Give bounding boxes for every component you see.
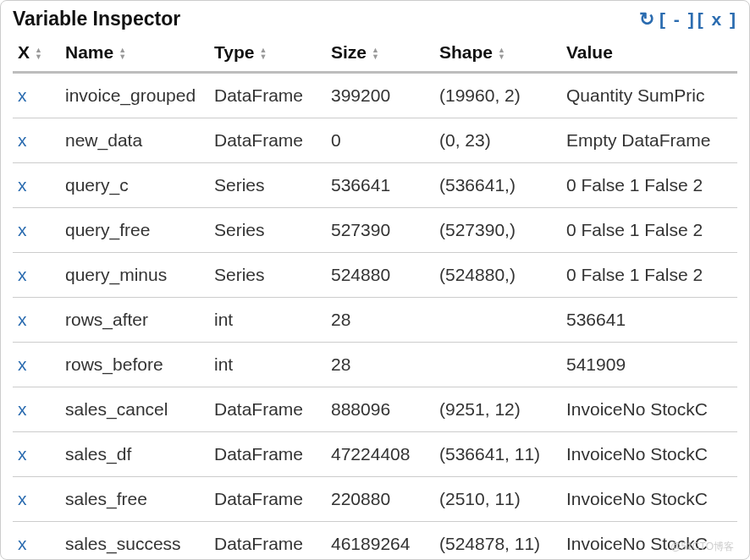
cell-value: Empty DataFrame xyxy=(561,118,737,163)
cell-value: 0 False 1 False 2 xyxy=(561,253,737,298)
cell-name: invoice_grouped xyxy=(60,73,209,118)
delete-variable-button[interactable]: x xyxy=(13,73,60,118)
cell-value: InvoiceNo StockC xyxy=(561,387,737,432)
panel-controls: ↻ [ - ] [ x ] xyxy=(637,8,737,30)
cell-type: DataFrame xyxy=(209,522,326,561)
sort-icon xyxy=(372,47,379,60)
cell-size: 399200 xyxy=(326,73,434,118)
cell-size: 28 xyxy=(326,343,434,387)
delete-variable-button[interactable]: x xyxy=(13,343,60,387)
cell-name: sales_success xyxy=(60,522,209,561)
cell-type: Series xyxy=(209,208,326,253)
table-row: xquery_cSeries536641(536641,)0 False 1 F… xyxy=(13,163,737,208)
cell-name: sales_free xyxy=(60,477,209,522)
table-row: xquery_minusSeries524880(524880,)0 False… xyxy=(13,253,737,298)
cell-value: InvoiceNo StockC xyxy=(561,432,737,477)
cell-size: 527390 xyxy=(326,208,434,253)
cell-name: new_data xyxy=(60,118,209,163)
table-row: xsales_dfDataFrame47224408(536641, 11)In… xyxy=(13,432,737,477)
table-row: xsales_cancelDataFrame888096(9251, 12)In… xyxy=(13,387,737,432)
sort-icon xyxy=(119,47,126,60)
cell-shape xyxy=(434,343,561,387)
cell-size: 28 xyxy=(326,298,434,343)
cell-shape: (524878, 11) xyxy=(434,522,561,561)
delete-variable-button[interactable]: x xyxy=(13,208,60,253)
cell-shape xyxy=(434,298,561,343)
variables-table: X Name Type Size Shape Value xinvoice_gr… xyxy=(13,36,737,560)
delete-variable-button[interactable]: x xyxy=(13,253,60,298)
cell-shape: (527390,) xyxy=(434,208,561,253)
column-header-shape[interactable]: Shape xyxy=(434,36,561,73)
cell-value: InvoiceNo StockC xyxy=(561,477,737,522)
cell-size: 46189264 xyxy=(326,522,434,561)
delete-variable-button[interactable]: x xyxy=(13,163,60,208)
cell-type: Series xyxy=(209,163,326,208)
column-header-value[interactable]: Value xyxy=(561,36,737,73)
delete-variable-button[interactable]: x xyxy=(13,477,60,522)
delete-variable-button[interactable]: x xyxy=(13,118,60,163)
delete-variable-button[interactable]: x xyxy=(13,298,60,343)
delete-variable-button[interactable]: x xyxy=(13,522,60,561)
cell-type: int xyxy=(209,298,326,343)
close-button[interactable]: [ x ] xyxy=(698,9,737,30)
panel-title: Variable Inspector xyxy=(13,8,180,30)
cell-size: 0 xyxy=(326,118,434,163)
table-row: xsales_successDataFrame46189264(524878, … xyxy=(13,522,737,561)
table-header-row: X Name Type Size Shape Value xyxy=(13,36,737,73)
cell-name: rows_after xyxy=(60,298,209,343)
cell-value: InvoiceNo StockC xyxy=(561,522,737,561)
cell-shape: (19960, 2) xyxy=(434,73,561,118)
cell-shape: (9251, 12) xyxy=(434,387,561,432)
cell-name: query_c xyxy=(60,163,209,208)
cell-type: DataFrame xyxy=(209,387,326,432)
cell-type: int xyxy=(209,343,326,387)
cell-name: query_free xyxy=(60,208,209,253)
cell-value: 0 False 1 False 2 xyxy=(561,163,737,208)
collapse-button[interactable]: [ - ] xyxy=(659,9,696,30)
cell-name: rows_before xyxy=(60,343,209,387)
sort-icon xyxy=(259,47,267,60)
cell-name: sales_df xyxy=(60,432,209,477)
column-header-type[interactable]: Type xyxy=(209,36,326,73)
sort-icon xyxy=(498,47,505,60)
cell-type: DataFrame xyxy=(209,432,326,477)
cell-size: 888096 xyxy=(326,387,434,432)
cell-shape: (2510, 11) xyxy=(434,477,561,522)
cell-name: sales_cancel xyxy=(60,387,209,432)
column-header-size[interactable]: Size xyxy=(326,36,434,73)
cell-type: DataFrame xyxy=(209,477,326,522)
table-row: xrows_beforeint28541909 xyxy=(13,343,737,387)
cell-value: 536641 xyxy=(561,298,737,343)
delete-variable-button[interactable]: x xyxy=(13,387,60,432)
cell-size: 47224408 xyxy=(326,432,434,477)
cell-value: 541909 xyxy=(561,343,737,387)
cell-value: 0 False 1 False 2 xyxy=(561,208,737,253)
panel-header: Variable Inspector ↻ [ - ] [ x ] xyxy=(13,8,737,36)
cell-shape: (536641,) xyxy=(434,163,561,208)
cell-shape: (524880,) xyxy=(434,253,561,298)
table-row: xsales_freeDataFrame220880(2510, 11)Invo… xyxy=(13,477,737,522)
variable-inspector-panel: Variable Inspector ↻ [ - ] [ x ] X Name … xyxy=(0,0,750,560)
cell-type: DataFrame xyxy=(209,73,326,118)
delete-variable-button[interactable]: x xyxy=(13,432,60,477)
cell-type: Series xyxy=(209,253,326,298)
cell-size: 220880 xyxy=(326,477,434,522)
table-row: xquery_freeSeries527390(527390,)0 False … xyxy=(13,208,737,253)
cell-name: query_minus xyxy=(60,253,209,298)
table-row: xrows_afterint28536641 xyxy=(13,298,737,343)
cell-size: 536641 xyxy=(326,163,434,208)
cell-size: 524880 xyxy=(326,253,434,298)
cell-value: Quantity SumPric xyxy=(561,73,737,118)
cell-type: DataFrame xyxy=(209,118,326,163)
table-row: xnew_dataDataFrame0(0, 23)Empty DataFram… xyxy=(13,118,737,163)
cell-shape: (536641, 11) xyxy=(434,432,561,477)
table-row: xinvoice_groupedDataFrame399200(19960, 2… xyxy=(13,73,737,118)
column-header-name[interactable]: Name xyxy=(60,36,209,73)
reload-icon[interactable]: ↻ xyxy=(639,8,656,30)
column-header-x[interactable]: X xyxy=(13,36,60,73)
sort-icon xyxy=(35,47,42,60)
cell-shape: (0, 23) xyxy=(434,118,561,163)
